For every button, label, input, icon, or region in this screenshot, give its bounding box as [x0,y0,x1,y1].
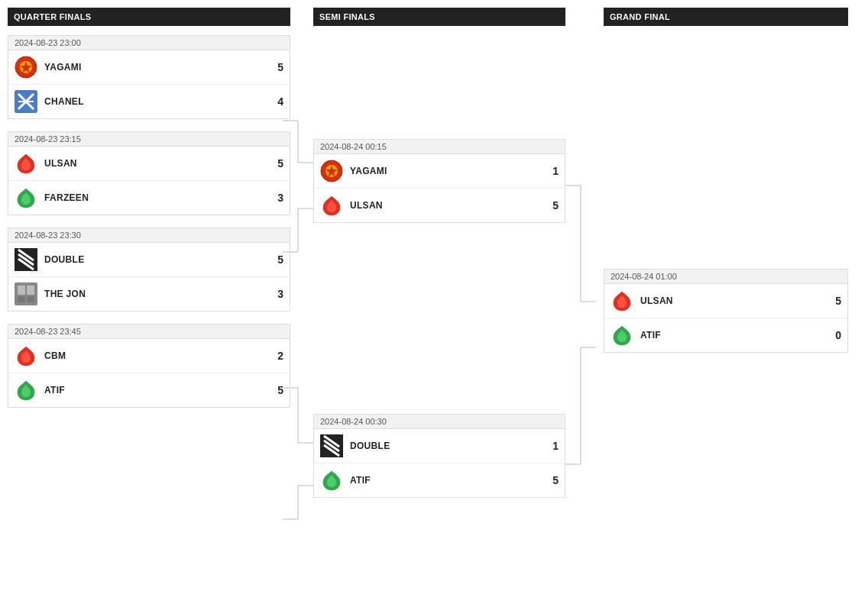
qf-match-2-team-2: FARZEEN 3 [8,180,290,215]
qf-match-4-team-1: CBM 2 [8,339,290,373]
sf-m1-t1-score: 1 [552,165,559,177]
sf-match-2: 2024-08-24 00:30 DOUBLE 1 ATIF 5 [313,414,565,498]
qf-match-1-team-2: CHANEL 4 [8,84,290,118]
qf-m3-t2-name: THE JON [44,289,277,299]
svg-rect-12 [27,286,34,295]
chanel-logo [15,90,37,113]
sf-match-1-time: 2024-08-24 00:15 [313,139,565,153]
yagami-logo-sf [320,160,343,182]
qf-match-4-team-2: ATIF 5 [8,373,290,407]
qf-m3-t1-name: DOUBLE [44,254,277,265]
qf-m4-t2-score: 5 [277,384,283,396]
qf-m2-t2-score: 3 [277,192,283,204]
atif-logo-1 [15,379,37,402]
yagami-logo-1 [15,56,37,79]
qf-m4-t1-score: 2 [277,350,283,362]
qf-match-4-time: 2024-08-23 23:45 [8,324,290,338]
gf-match-1-time: 2024-08-24 01:00 [604,269,848,283]
qf-match-1: 2024-08-23 23:00 YAGAMI 5 CHANEL 4 [8,35,290,119]
qf-m1-t1-name: YAGAMI [44,62,277,73]
qf-m3-t2-score: 3 [277,288,283,300]
sf-match-1-team-2: ULSAN 5 [314,188,565,222]
sf-m1-t1-name: YAGAMI [350,166,552,176]
gf-match-1-team-2: ATIF 0 [604,318,847,352]
ulsan-logo-1 [15,152,37,175]
sf-m1-t2-score: 5 [552,199,559,211]
gf-header: Grand Final [604,8,848,26]
qf-m2-t1-score: 5 [277,157,283,169]
qf-header: Quarter Finals [8,8,290,26]
gf-m1-t1-score: 5 [835,295,841,307]
farzeen-logo-1 [15,186,37,209]
svg-rect-11 [18,286,25,295]
qf-m1-t1-score: 5 [277,61,283,73]
sf-match-2-team-2: ATIF 5 [314,463,565,497]
svg-rect-13 [18,296,25,302]
qf-match-2-team-1: ULSAN 5 [8,147,290,180]
qf-m1-t2-name: CHANEL [44,96,277,107]
gf-match-1-team-1: ULSAN 5 [604,284,847,318]
qf-m2-t2-name: FARZEEN [44,192,277,203]
qf-m2-t1-name: ULSAN [44,158,277,169]
gf-m1-t1-name: ULSAN [640,295,835,306]
quarter-finals-column: Quarter Finals 2024-08-23 23:00 YAGAMI 5… [8,8,290,408]
gf-match-1: 2024-08-24 01:00 ULSAN 5 ATIF 0 [604,269,848,353]
atif-logo-sf [320,469,343,492]
qf-match-3-team-2: THE JON 3 [8,276,290,311]
qf-match-4: 2024-08-23 23:45 CBM 2 ATIF 5 [8,324,290,408]
ulsan-logo-gf [611,289,633,312]
qf-match-2-time: 2024-08-23 23:15 [8,131,290,146]
qf-match-2: 2024-08-23 23:15 ULSAN 5 FARZEEN 3 [8,131,290,215]
sf-match-1: 2024-08-24 00:15 YAGAMI 1 ULSAN 5 [313,139,565,223]
sf-match-2-time: 2024-08-24 00:30 [313,414,565,428]
qf-m4-t2-name: ATIF [44,385,277,395]
double-logo-1 [15,248,37,271]
gf-m1-t2-name: ATIF [640,330,835,341]
svg-rect-14 [27,296,34,302]
qf-match-3-time: 2024-08-23 23:30 [8,228,290,242]
semi-finals-column: Semi Finals 2024-08-24 00:15 YAGAMI 1 UL… [313,8,565,498]
qf-match-3: 2024-08-23 23:30 DOUBLE 5 THE JON 3 [8,228,290,312]
sf-m2-t2-score: 5 [552,474,559,486]
sf-m1-t2-name: ULSAN [350,200,552,211]
gf-m1-t2-score: 0 [835,329,841,341]
qf-m1-t2-score: 4 [277,95,283,108]
qf-m4-t1-name: CBM [44,350,277,361]
qf-match-3-team-1: DOUBLE 5 [8,243,290,276]
atif-logo-gf [611,324,633,347]
sf-m2-t2-name: ATIF [350,475,552,486]
thejon-logo [15,282,37,305]
sf-m2-t1-name: DOUBLE [350,441,552,451]
sf-header: Semi Finals [313,8,565,26]
qf-match-1-time: 2024-08-23 23:00 [8,35,290,50]
double-logo-sf [320,434,343,457]
sf-m2-t1-score: 1 [552,440,559,452]
grand-final-column: Grand Final 2024-08-24 01:00 ULSAN 5 ATI… [604,8,848,353]
qf-match-1-team-1: YAGAMI 5 [8,50,290,84]
ulsan-logo-sf [320,194,343,217]
sf-match-2-team-1: DOUBLE 1 [314,429,565,463]
sf-match-1-team-1: YAGAMI 1 [314,154,565,188]
cbm-logo [15,344,37,367]
qf-m3-t1-score: 5 [277,253,283,266]
